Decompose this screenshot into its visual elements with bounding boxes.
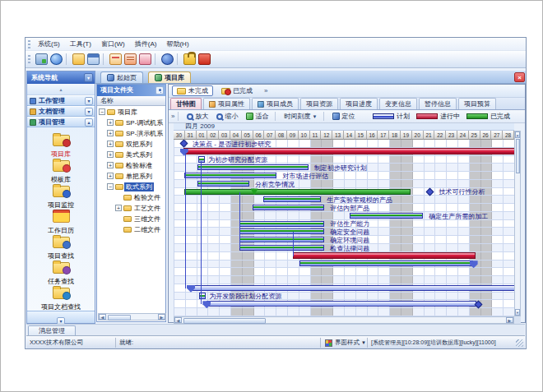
- report-chart-icon[interactable]: [139, 53, 151, 65]
- gantt-vertical-scrollbar[interactable]: ▲ ▼: [514, 131, 521, 316]
- stop-icon[interactable]: [198, 53, 211, 65]
- filter-finished-button[interactable]: 已完成: [216, 85, 258, 96]
- sidebar-item[interactable]: 工作日历: [27, 210, 95, 235]
- lock-icon[interactable]: [183, 53, 196, 65]
- chevron-down-icon[interactable]: ▾: [85, 108, 93, 116]
- menu-item[interactable]: 窗口(W): [96, 38, 130, 50]
- sidebar-item[interactable]: 项目库: [27, 133, 95, 159]
- content-tab[interactable]: 变更信息: [379, 98, 417, 109]
- scroll-left-icon[interactable]: ◀: [174, 317, 182, 323]
- menu-item[interactable]: 帮助(H): [161, 38, 193, 50]
- day-cell: 10: [299, 131, 310, 140]
- report-list-icon[interactable]: [124, 53, 137, 65]
- tree-node[interactable]: 三维文件: [97, 214, 165, 224]
- content-tab[interactable]: 项目预算: [458, 98, 496, 109]
- gantt-horizontal-scrollbar[interactable]: ◀ ▶: [174, 316, 514, 324]
- gantt-chart[interactable]: 决策点 - 是否进行初步研究为初步研究分配资源制定初步研究计划对市场进行评估分析…: [174, 140, 514, 316]
- scroll-right-icon[interactable]: ▶: [158, 314, 165, 320]
- pin-icon[interactable]: [155, 86, 164, 95]
- tree-node[interactable]: +SP-调试机系: [97, 118, 165, 128]
- sidebar-bottom-strip[interactable]: ▾: [27, 311, 95, 323]
- tree-node[interactable]: +单把系列: [97, 171, 165, 182]
- tree-expander-icon[interactable]: +: [107, 119, 114, 126]
- tree-node[interactable]: +SP-演示机系: [97, 128, 165, 139]
- sidebar-group-label: 文档管理: [39, 107, 65, 116]
- scroll-down-icon[interactable]: ▼: [515, 309, 520, 316]
- tab-project-library[interactable]: 项目库: [148, 71, 191, 83]
- tree-node[interactable]: 检验文件: [97, 192, 165, 203]
- folder-icon: [123, 216, 132, 222]
- sidebar-group[interactable]: 工作管理▾: [27, 95, 95, 106]
- tree-node[interactable]: 二维文件: [97, 224, 165, 235]
- scroll-right-icon[interactable]: ▶: [506, 317, 513, 323]
- overflow-chevron-icon[interactable]: »: [264, 87, 267, 95]
- sidebar-item[interactable]: 任务查找: [27, 261, 95, 286]
- tree-node[interactable]: −欧式系列: [97, 182, 165, 192]
- report-icon[interactable]: [109, 53, 122, 65]
- tree-expander-icon[interactable]: −: [107, 183, 114, 190]
- zoom-out-button[interactable]: 缩小: [213, 111, 241, 122]
- resize-grip[interactable]: [516, 339, 523, 347]
- scroll-up-strip[interactable]: ▴: [27, 84, 95, 95]
- style-palette-icon: [325, 339, 332, 347]
- sidebar-item[interactable]: 模板库: [27, 159, 95, 184]
- tree-node[interactable]: +工艺文件: [97, 203, 165, 214]
- tree-expander-icon[interactable]: +: [115, 205, 122, 211]
- sidebar-group-label: 项目管理: [39, 118, 65, 127]
- overflow-chevron-icon[interactable]: »: [171, 113, 174, 120]
- computer-icon[interactable]: [35, 53, 48, 65]
- tab-icon: [107, 74, 114, 81]
- task-bar-plan: [207, 301, 476, 307]
- time-scale-dropdown[interactable]: 时间刻度▼: [281, 111, 320, 122]
- sidebar-item[interactable]: 项目查找: [27, 235, 95, 261]
- fit-button[interactable]: 适合: [243, 111, 272, 122]
- menu-item[interactable]: 系统(S): [33, 38, 65, 50]
- sidebar-item[interactable]: 项目文档查找: [27, 286, 95, 311]
- locate-button[interactable]: 定位: [329, 111, 358, 122]
- menu-item[interactable]: 工具(T): [65, 38, 96, 50]
- tree-column-header[interactable]: 名称: [97, 96, 165, 106]
- tree-node[interactable]: +美式系列: [97, 150, 165, 160]
- tree-expander-icon[interactable]: −: [99, 108, 105, 115]
- scrollbar-thumb[interactable]: [183, 318, 266, 324]
- tree-expander-icon[interactable]: +: [107, 130, 114, 136]
- scrollbar-thumb[interactable]: [516, 139, 520, 173]
- chevron-down-icon[interactable]: ▾: [85, 97, 93, 105]
- menu-item[interactable]: 插件(A): [130, 38, 162, 50]
- chevron-down-icon[interactable]: ▾: [84, 73, 93, 82]
- folder-icon[interactable]: [72, 53, 85, 65]
- help-icon[interactable]: [161, 53, 174, 65]
- scroll-up-icon[interactable]: ▲: [515, 131, 520, 138]
- sidebar-group[interactable]: 项目管理▴: [27, 117, 95, 127]
- tab-start-page[interactable]: 起始页: [100, 71, 143, 83]
- sidebar-item[interactable]: 项目监控: [27, 184, 95, 210]
- tree-horizontal-scrollbar[interactable]: ◀ ▶: [98, 313, 166, 321]
- scroll-left-icon[interactable]: ◀: [99, 314, 106, 320]
- sidebar-group[interactable]: 文档管理▾: [27, 106, 95, 117]
- content-tab[interactable]: 甘特图: [170, 98, 202, 109]
- milestone-pentagon: [202, 301, 211, 308]
- group-icon: [30, 119, 36, 126]
- tree-expander-icon[interactable]: +: [107, 151, 114, 158]
- content-tab[interactable]: 项目进度: [340, 98, 378, 109]
- close-icon[interactable]: ×: [514, 72, 525, 82]
- month-label: 四月 2009: [185, 122, 215, 130]
- content-tab[interactable]: 项目资源: [300, 98, 338, 109]
- content-tab[interactable]: 暂停信息: [419, 98, 457, 109]
- tree-expander-icon[interactable]: +: [107, 162, 114, 168]
- interface-style-button[interactable]: 界面样式 ▼: [335, 336, 366, 349]
- chevron-up-icon[interactable]: ▴: [85, 118, 93, 127]
- content-tab[interactable]: 项目属性: [203, 98, 250, 109]
- tree-expander-icon[interactable]: +: [107, 141, 114, 147]
- tree-expander-icon[interactable]: +: [107, 173, 114, 179]
- zoom-in-button[interactable]: 放大: [183, 111, 211, 122]
- tree-node[interactable]: +检验标准: [97, 160, 165, 171]
- tree-node[interactable]: −项目库: [97, 107, 165, 118]
- folder-search-icon: [53, 237, 70, 248]
- content-tab[interactable]: 项目成员: [252, 98, 299, 109]
- globe-icon[interactable]: [50, 53, 63, 65]
- scrollbar-thumb[interactable]: [108, 315, 131, 321]
- window-icon[interactable]: [87, 53, 100, 65]
- filter-unfinished-button[interactable]: 未完成: [172, 85, 213, 96]
- tree-node[interactable]: +双把系列: [97, 139, 165, 150]
